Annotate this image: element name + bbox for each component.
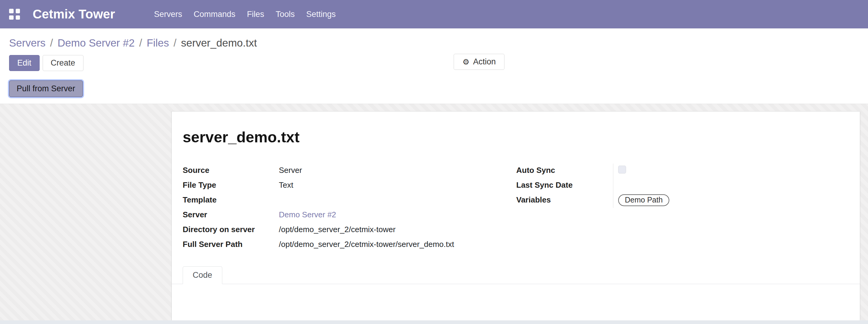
field-label-last-sync: Last Sync Date: [516, 178, 613, 190]
field-row-full-path: Full Server Path /opt/demo_server_2/cetm…: [183, 237, 516, 252]
apps-grid-square: [16, 9, 20, 13]
field-value-full-path: /opt/demo_server_2/cetmix-tower/server_d…: [279, 237, 454, 251]
menu-item-settings[interactable]: Settings: [300, 6, 341, 23]
action-button-label: Action: [473, 57, 496, 66]
field-value-row-variables: Demo Path: [618, 193, 849, 208]
variable-tag-demo-path[interactable]: Demo Path: [618, 194, 669, 206]
field-row-last-sync: Last Sync Date: [516, 178, 613, 193]
notebook-tab-bar: Code: [172, 266, 860, 284]
field-group-right: Auto Sync Last Sync Date Variables: [516, 163, 849, 252]
breadcrumb-current: server_demo.txt: [181, 37, 257, 49]
apps-grid-square: [16, 15, 20, 20]
breadcrumb-link-demo-server[interactable]: Demo Server #2: [58, 37, 134, 49]
breadcrumb-link-servers[interactable]: Servers: [9, 37, 46, 49]
field-label-directory: Directory on server: [183, 223, 279, 234]
field-value-row-auto-sync: [618, 163, 849, 178]
create-button[interactable]: Create: [43, 55, 84, 71]
apps-grid-icon[interactable]: [9, 9, 20, 20]
breadcrumb-separator: /: [50, 37, 53, 49]
form-action-buttons-row: Pull from Server: [0, 72, 868, 104]
field-label-variables: Variables: [516, 193, 613, 205]
breadcrumb: Servers / Demo Server #2 / Files / serve…: [0, 28, 868, 52]
menu-item-tools[interactable]: Tools: [270, 6, 300, 23]
form-view-background: server_demo.txt Source Server File Type …: [0, 104, 868, 324]
action-button[interactable]: ⚙ Action: [454, 54, 504, 70]
field-row-auto-sync: Auto Sync: [516, 163, 613, 178]
gear-icon: ⚙: [462, 58, 469, 66]
record-title: server_demo.txt: [183, 128, 860, 146]
menu-item-files[interactable]: Files: [241, 6, 270, 23]
main-menu: Servers Commands Files Tools Settings: [148, 6, 341, 23]
field-row-template: Template: [183, 193, 516, 208]
field-row-variables: Variables: [516, 193, 613, 208]
apps-grid-square: [9, 15, 13, 20]
breadcrumb-link-files[interactable]: Files: [147, 37, 169, 49]
form-sheet: server_demo.txt Source Server File Type …: [172, 111, 860, 324]
control-panel-buttons: Edit Create ⚙ Action: [0, 52, 868, 72]
field-value-server-link[interactable]: Demo Server #2: [279, 208, 336, 221]
field-row-source: Source Server: [183, 163, 516, 178]
field-label-file-type: File Type: [183, 178, 279, 190]
pull-from-server-button[interactable]: Pull from Server: [9, 80, 83, 97]
auto-sync-checkbox[interactable]: [618, 166, 626, 173]
field-label-auto-sync: Auto Sync: [516, 163, 613, 175]
field-value-row-last-sync: [618, 178, 849, 193]
edit-button[interactable]: Edit: [9, 55, 40, 71]
field-row-server: Server Demo Server #2: [183, 208, 516, 223]
field-row-directory: Directory on server /opt/demo_server_2/c…: [183, 223, 516, 237]
apps-grid-square: [9, 9, 13, 13]
app-brand-title[interactable]: Cetmix Tower: [33, 7, 115, 22]
field-group-left: Source Server File Type Text Template Se…: [183, 163, 516, 252]
tab-code[interactable]: Code: [183, 266, 222, 284]
menu-item-commands[interactable]: Commands: [188, 6, 241, 23]
bottom-editor-strip: [0, 320, 868, 324]
breadcrumb-separator: /: [139, 37, 142, 49]
field-label-template: Template: [183, 193, 279, 205]
field-value-source: Server: [279, 163, 302, 177]
field-label-server: Server: [183, 208, 279, 220]
control-panel: Servers / Demo Server #2 / Files / serve…: [0, 28, 868, 104]
field-value-file-type: Text: [279, 178, 293, 192]
field-label-source: Source: [183, 163, 279, 175]
top-navbar: Cetmix Tower Servers Commands Files Tool…: [0, 0, 868, 28]
field-label-full-path: Full Server Path: [183, 237, 279, 249]
menu-item-servers[interactable]: Servers: [148, 6, 188, 23]
field-groups: Source Server File Type Text Template Se…: [183, 163, 849, 252]
breadcrumb-separator: /: [174, 37, 177, 49]
field-row-file-type: File Type Text: [183, 178, 516, 193]
field-value-directory: /opt/demo_server_2/cetmix-tower: [279, 223, 396, 236]
